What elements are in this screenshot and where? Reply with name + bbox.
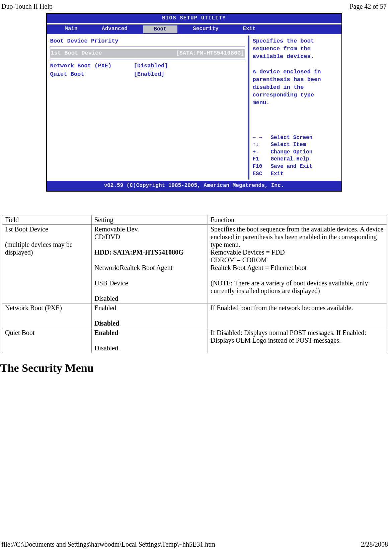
bios-body: Boot Device Priority 1st Boot Device [SA…	[47, 36, 341, 180]
setting-bold: HDD: SATA:PM-HTS541080G	[94, 249, 205, 256]
bios-quiet-value: [Enabled]	[134, 71, 165, 78]
section-heading-security: The Security Menu	[0, 362, 388, 374]
cell-setting: Removable Dev. CD/DVD HDD: SATA:PM-HTS54…	[92, 224, 208, 303]
bios-key-desc: Select Item	[271, 141, 306, 149]
cell-field: 1st Boot Device (multiple devices may be…	[2, 224, 92, 303]
col-field: Field	[2, 215, 92, 224]
cell-function: If Enabled boot from the network becomes…	[208, 303, 387, 328]
bios-quiet-boot-row[interactable]: Quiet Boot [Enabled]	[50, 71, 245, 78]
bios-tab-main[interactable]: Main	[56, 25, 86, 33]
bios-key: F1	[253, 156, 267, 163]
bios-right-pane: Specifies the boot sequence from the ava…	[249, 36, 341, 180]
bios-window: BIOS SETUP UTILITY Main Advanced Boot Se…	[46, 13, 342, 192]
setting-line: Enabled	[94, 304, 205, 312]
cell-setting: Enabled Disabled	[92, 303, 208, 328]
field-line: (multiple devices may be displayed)	[5, 241, 89, 256]
bios-key-desc: Select Screen	[271, 134, 313, 142]
bios-section-heading: Boot Device Priority	[50, 38, 245, 47]
cell-setting: Enabled Disabled	[92, 328, 208, 353]
bios-key-desc: General Help	[271, 156, 309, 163]
bios-key-desc: Change Option	[271, 149, 313, 156]
bios-key: +-	[253, 149, 267, 156]
bios-net-label: Network Boot (PXE)	[50, 62, 121, 70]
bios-key-row: ← →Select Screen	[253, 134, 338, 142]
page-header: Duo-Touch II Help Page 42 of 57	[0, 3, 388, 12]
bios-first-boot-value: [SATA:PM-HTS541080G]	[176, 50, 244, 57]
bios-key: ESC	[253, 170, 267, 178]
field-line: 1st Boot Device	[5, 225, 89, 233]
func-line: Specifies the boot sequence from the ava…	[211, 225, 384, 249]
bios-key-row: ↑↓Select Item	[253, 141, 338, 149]
bios-network-boot-row[interactable]: Network Boot (PXE) [Disabled]	[50, 62, 245, 70]
setting-line: Disabled	[94, 344, 205, 352]
setting-line: Network:Realtek Boot Agent	[94, 264, 205, 272]
cell-function: If Disabled: Displays normal POST messag…	[208, 328, 387, 353]
func-line: Realtek Boot Agent = Ethernet boot	[211, 264, 384, 272]
bios-quiet-label: Quiet Boot	[50, 71, 121, 78]
bios-net-value: [Disabled]	[134, 62, 168, 70]
func-line: CDROM = CDROM	[211, 256, 384, 264]
setting-line: USB Device	[94, 279, 205, 287]
footer-left: file://C:\Documents and Settings\harwood…	[1, 541, 215, 548]
cell-function: Specifies the boot sequence from the ava…	[208, 224, 387, 303]
func-line: Removable Devices = FDD	[211, 249, 384, 256]
bios-key: ← →	[253, 134, 267, 142]
bios-help-text: Specifies the boot sequence from the ava…	[253, 38, 338, 107]
cell-field: Quiet Boot	[2, 328, 92, 353]
bios-tab-boot[interactable]: Boot	[143, 25, 177, 33]
bios-tab-security[interactable]: Security	[191, 25, 221, 33]
func-line: (NOTE: There are a variety of boot devic…	[211, 279, 384, 295]
bios-first-boot-label: 1st Boot Device	[51, 50, 102, 57]
bios-key-row: F1General Help	[253, 156, 338, 163]
bios-key-desc: Save and Exit	[271, 163, 313, 170]
header-right: Page 42 of 57	[349, 3, 387, 10]
header-left: Duo-Touch II Help	[1, 3, 53, 10]
col-function: Function	[208, 215, 387, 224]
cell-field: Network Boot (PXE)	[2, 303, 92, 328]
setting-bold: Enabled	[94, 329, 205, 337]
bios-key: F10	[253, 163, 267, 170]
table-header-row: Field Setting Function	[2, 215, 387, 224]
bios-first-boot-device[interactable]: 1st Boot Device [SATA:PM-HTS541080G]	[50, 49, 245, 58]
setting-line: Disabled	[94, 295, 205, 302]
page-footer: file://C:\Documents and Settings\harwood…	[1, 541, 388, 548]
settings-table: Field Setting Function 1st Boot Device (…	[2, 215, 387, 353]
bios-tab-exit[interactable]: Exit	[234, 25, 264, 33]
table-row: Quiet Boot Enabled Disabled If Disabled:…	[2, 328, 387, 353]
setting-line: Removable Dev.	[94, 225, 205, 233]
setting-line: CD/DVD	[94, 233, 205, 241]
table-row: 1st Boot Device (multiple devices may be…	[2, 224, 387, 303]
bios-footer: v02.59 (C)Copyright 1985-2005, American …	[47, 180, 341, 191]
bios-tab-advanced[interactable]: Advanced	[100, 25, 130, 33]
bios-title: BIOS SETUP UTILITY	[47, 14, 341, 24]
table-row: Network Boot (PXE) Enabled Disabled If E…	[2, 303, 387, 328]
bios-key-desc: Exit	[271, 170, 284, 178]
footer-right: 2/28/2008	[361, 541, 388, 548]
bios-screenshot: BIOS SETUP UTILITY Main Advanced Boot Se…	[0, 13, 388, 192]
bios-left-pane: Boot Device Priority 1st Boot Device [SA…	[47, 36, 249, 180]
bios-key: ↑↓	[253, 141, 267, 149]
document-page: Duo-Touch II Help Page 42 of 57 BIOS SET…	[0, 0, 392, 551]
col-setting: Setting	[92, 215, 208, 224]
bios-key-row: F10Save and Exit	[253, 163, 338, 170]
bios-key-row: ESCExit	[253, 170, 338, 178]
bios-divider	[50, 60, 245, 60]
bios-tab-bar: Main Advanced Boot Security Exit	[47, 24, 341, 36]
setting-bold: Disabled	[94, 320, 205, 327]
bios-key-row: +-Change Option	[253, 149, 338, 156]
bios-key-legend: ← →Select Screen ↑↓Select Item +-Change …	[253, 134, 338, 178]
